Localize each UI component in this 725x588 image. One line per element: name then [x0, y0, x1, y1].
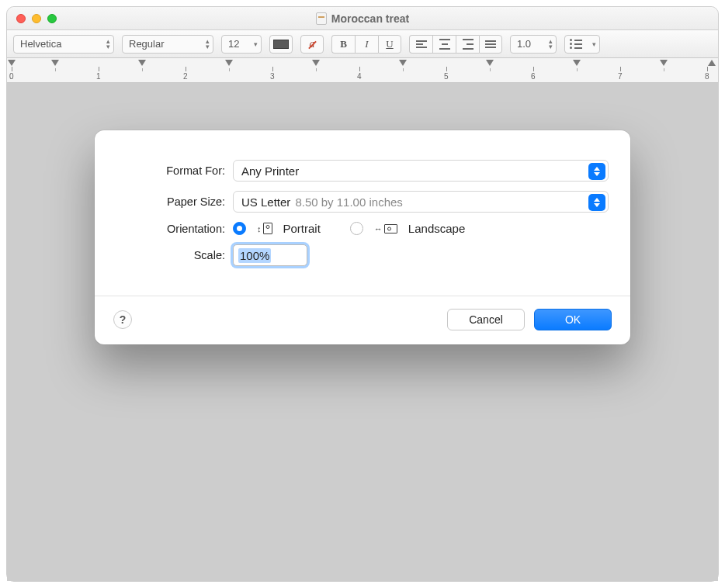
- portrait-label: Portrait: [283, 222, 321, 235]
- cancel-label: Cancel: [469, 313, 503, 326]
- paper-size-name: US Letter: [241, 195, 290, 209]
- landscape-label: Landscape: [408, 222, 465, 235]
- scale-input[interactable]: 100%: [233, 244, 307, 266]
- paper-size-dims: 8.50 by 11.00 inches: [295, 195, 402, 209]
- landscape-icon: ↔: [374, 224, 397, 233]
- modal-overlay: Format For: Any Printer Paper Size: US L…: [0, 0, 725, 588]
- format-for-popup[interactable]: Any Printer: [233, 160, 609, 182]
- ok-button[interactable]: OK: [534, 309, 612, 330]
- format-for-label: Format For:: [116, 164, 233, 177]
- scale-label: Scale:: [116, 249, 233, 261]
- page-setup-dialog: Format For: Any Printer Paper Size: US L…: [95, 130, 630, 344]
- orientation-portrait-radio[interactable]: [233, 222, 246, 235]
- scale-value: 100%: [238, 248, 271, 263]
- format-for-value: Any Printer: [241, 164, 299, 178]
- paper-size-label: Paper Size:: [116, 195, 233, 208]
- ok-label: OK: [565, 313, 581, 326]
- orientation-landscape-radio[interactable]: [350, 222, 363, 235]
- popup-arrows-icon: [588, 163, 605, 180]
- orientation-label: Orientation:: [116, 223, 233, 235]
- help-button[interactable]: ?: [113, 310, 132, 329]
- paper-size-popup[interactable]: US Letter 8.50 by 11.00 inches: [233, 191, 609, 213]
- portrait-icon: ↕: [257, 223, 272, 234]
- cancel-button[interactable]: Cancel: [447, 309, 525, 330]
- popup-arrows-icon: [588, 194, 605, 211]
- help-label: ?: [120, 313, 127, 326]
